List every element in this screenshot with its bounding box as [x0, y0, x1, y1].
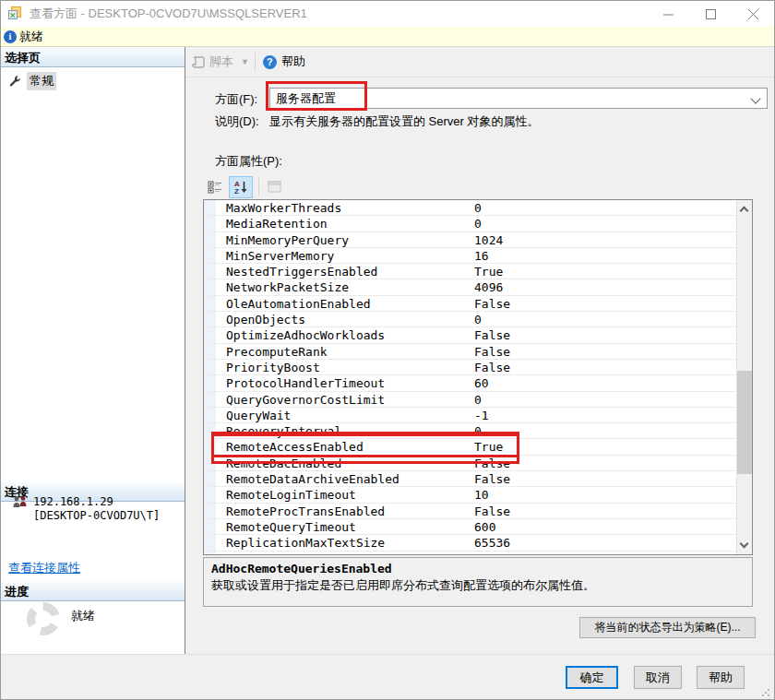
select-page-header: 选择页: [1, 47, 185, 67]
main-toolbar: 脚本 ▼ ? 帮助: [185, 47, 775, 77]
description-label: 说明(D):: [215, 113, 259, 130]
property-name: MediaRetention: [204, 216, 471, 231]
property-name: QueryGovernorCostLimit: [204, 392, 471, 407]
table-row[interactable]: RemoteQueryTimeout 600: [204, 519, 736, 535]
table-row[interactable]: QueryGovernorCostLimit 0: [204, 392, 736, 408]
property-pages-icon: [268, 181, 282, 194]
table-row[interactable]: OpenObjects 0: [204, 312, 736, 327]
table-row[interactable]: MediaRetention 0: [204, 216, 736, 231]
sidebar-item-label: 常规: [27, 72, 56, 90]
help-button[interactable]: 帮助: [697, 666, 745, 689]
script-dropdown-caret-icon[interactable]: ▼: [241, 57, 249, 66]
grid-toolbar-separator: [258, 178, 259, 196]
property-value: False: [471, 360, 510, 374]
grid-rows: MaxWorkerThreads 0 MediaRetention 0 MinM…: [204, 200, 736, 554]
scroll-down-icon[interactable]: [741, 541, 748, 549]
sidebar: 选择页 常规 连接 192.168.1.29 [DESKTOP-0CVOD7U\…: [1, 47, 185, 654]
table-row[interactable]: MinMemoryPerQuery 1024: [204, 232, 736, 248]
table-row[interactable]: NetworkPacketSize 4096: [204, 279, 736, 295]
property-value: -1: [471, 408, 489, 422]
status-strip: i 就绪: [1, 27, 774, 47]
help-question-icon: ?: [263, 55, 277, 69]
facet-properties-label: 方面属性(P):: [215, 153, 282, 170]
titlebar: ✕ 查看方面 - DESKTOP-0CVOD7U\MSSQLSERVER1: [1, 1, 774, 27]
property-value: False: [471, 327, 510, 342]
table-row[interactable]: OptimizeAdhocWorkloads False: [204, 327, 736, 343]
property-name: QueryWait: [204, 408, 471, 422]
table-row[interactable]: PriorityBoost False: [204, 360, 736, 375]
close-button[interactable]: [732, 1, 774, 27]
property-value: True: [471, 439, 503, 454]
table-row[interactable]: RemoteLoginTimeout 10: [204, 487, 736, 503]
table-row[interactable]: QueryWait -1: [204, 408, 736, 423]
table-row[interactable]: MaxWorkerThreads 0: [204, 200, 736, 216]
property-name: NestedTriggersEnabled: [204, 264, 471, 279]
table-row[interactable]: OleAutomationEnabled False: [204, 296, 736, 312]
table-row[interactable]: MinServerMemory 16: [204, 248, 736, 264]
main-panel: 脚本 ▼ ? 帮助 方面(F): 服务器配置 说明(D): 显示有关服务器的配置…: [185, 47, 775, 654]
table-row[interactable]: NestedTriggersEnabled True: [204, 264, 736, 279]
facets-app-icon: ✕: [8, 6, 24, 21]
scrollbar-thumb[interactable]: [737, 371, 752, 474]
property-value: 65536: [471, 535, 510, 550]
chevron-down-icon: [750, 93, 760, 103]
property-value: False: [471, 471, 510, 486]
property-name: RemoteAccessEnabled: [204, 439, 471, 454]
ok-button[interactable]: 确定: [566, 666, 618, 689]
property-help-text: 获取或设置用于指定是否已启用即席分布式查询配置选项的布尔属性值。: [211, 577, 745, 594]
view-connection-properties-link[interactable]: 查看连接属性: [8, 560, 80, 576]
property-value: 16: [471, 248, 489, 263]
description-value: 显示有关服务器的配置设置的 Server 对象的属性。: [269, 113, 540, 130]
table-row[interactable]: RemoteProcTransEnabled False: [204, 504, 736, 519]
property-name: PrecomputeRank: [204, 344, 471, 359]
alphabetical-sort-button[interactable]: A Z: [229, 176, 253, 198]
script-icon: [192, 55, 206, 69]
property-name: NetworkPacketSize: [204, 279, 471, 294]
connection-user: [DESKTOP-0CVOD7U\T]: [33, 509, 160, 523]
property-pages-button: [263, 176, 287, 198]
table-row[interactable]: ReplicationXPsEnabled False: [204, 552, 736, 554]
resize-grip[interactable]: [761, 688, 770, 697]
property-name: ProtocolHandlerTimeout: [204, 375, 471, 390]
property-value: 1024: [471, 232, 503, 247]
property-value: 4096: [471, 279, 503, 294]
facet-combobox-value: 服务器配置: [276, 90, 336, 107]
help-toolbar-button[interactable]: ? 帮助: [263, 53, 305, 70]
connection-server: 192.168.1.29: [33, 495, 160, 509]
property-name: RemoteDataArchiveEnabled: [204, 471, 471, 486]
property-grid-toolbar: A Z: [203, 176, 289, 198]
table-row[interactable]: RemoteAccessEnabled True: [204, 439, 736, 455]
footer: 确定 取消 帮助: [1, 654, 774, 700]
property-value: 600: [471, 519, 495, 534]
minimize-button[interactable]: [647, 1, 689, 27]
script-button[interactable]: 脚本: [192, 53, 233, 70]
table-row[interactable]: ProtocolHandlerTimeout 60: [204, 375, 736, 391]
table-row[interactable]: PrecomputeRank False: [204, 344, 736, 360]
export-policy-button[interactable]: 将当前的状态导出为策略(E)...: [579, 617, 756, 638]
facet-label: 方面(F):: [215, 91, 257, 108]
status-text: 就绪: [19, 29, 43, 45]
facet-combobox[interactable]: 服务器配置: [269, 88, 768, 109]
vertical-scrollbar[interactable]: [736, 200, 752, 554]
sidebar-item-general[interactable]: 常规: [1, 67, 185, 89]
property-name: RemoteQueryTimeout: [204, 519, 471, 534]
property-help-panel: AdHocRemoteQueriesEnabled 获取或设置用于指定是否已启用…: [203, 557, 753, 607]
scroll-up-icon[interactable]: [741, 206, 748, 213]
categorized-view-button[interactable]: [203, 176, 227, 198]
property-value: False: [471, 296, 510, 311]
table-row[interactable]: ReplicationMaxTextSize 65536: [204, 535, 736, 551]
table-row[interactable]: RemoteDataArchiveEnabled False: [204, 471, 736, 487]
property-value: 0: [471, 200, 482, 215]
cancel-button[interactable]: 取消: [634, 666, 682, 689]
property-name: OleAutomationEnabled: [204, 296, 471, 311]
property-name: MaxWorkerThreads: [204, 200, 471, 215]
toolbar-separator: [255, 53, 256, 71]
maximize-button[interactable]: [689, 1, 732, 27]
categorized-icon: [208, 180, 222, 195]
info-icon: i: [4, 30, 17, 43]
property-name: ReplicationMaxTextSize: [204, 535, 471, 550]
script-label: 脚本: [209, 53, 233, 70]
progress-spinner-icon: [27, 602, 60, 635]
property-grid[interactable]: MaxWorkerThreads 0 MediaRetention 0 MinM…: [203, 199, 753, 555]
property-help-title: AdHocRemoteQueriesEnabled: [211, 562, 745, 575]
